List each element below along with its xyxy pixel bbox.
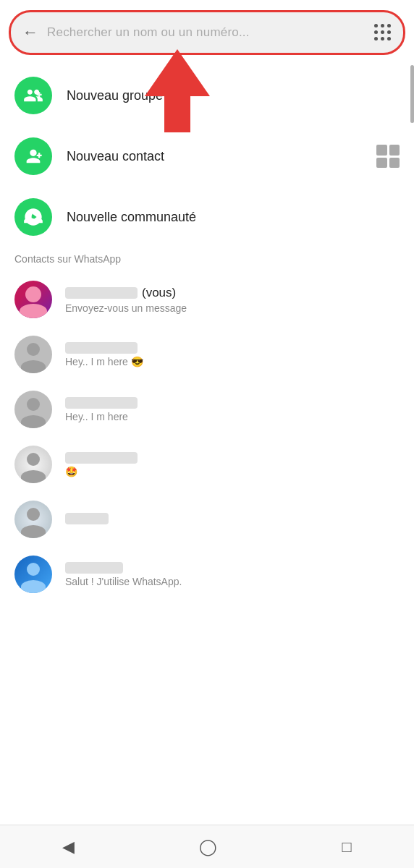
bottom-nav: ◀ ◯ □ — [0, 825, 414, 868]
highlight-arrow — [145, 49, 210, 132]
contact-svg — [23, 146, 43, 166]
dot — [374, 24, 378, 27]
back-triangle-icon[interactable]: ◀ — [62, 838, 75, 856]
contact-name-blurred — [65, 287, 138, 299]
community-icon — [14, 198, 52, 236]
contact-info-1: Hey.. I m here 😎 — [65, 342, 400, 367]
arrow-stem — [164, 96, 190, 132]
dot — [374, 30, 378, 34]
nouveau-contact-label: Nouveau contact — [67, 149, 376, 164]
add-contact-icon — [14, 137, 52, 175]
contacts-section-label: Contacts sur WhatsApp — [0, 247, 414, 272]
contact-name-blurred-1 — [65, 342, 138, 354]
contact-name-5 — [65, 562, 400, 574]
contact-name-blurred-3 — [65, 452, 138, 464]
contact-name-blurred-2 — [65, 397, 138, 409]
contact-status-1: Hey.. I m here 😎 — [65, 356, 400, 367]
avatar-1 — [14, 336, 52, 373]
contact-info-4 — [65, 513, 400, 527]
contacts-list: (vous) Envoyez-vous un message Hey.. I m… — [0, 272, 414, 602]
contact-status-2: Hey.. I m here — [65, 411, 400, 422]
community-svg — [23, 207, 43, 227]
contact-name-2 — [65, 397, 400, 409]
home-circle-icon[interactable]: ◯ — [199, 838, 217, 856]
contact-name-3 — [65, 452, 400, 464]
contact-you-suffix: (vous) — [142, 286, 176, 300]
dot — [381, 24, 384, 27]
contact-name-1 — [65, 342, 400, 354]
add-group-icon — [14, 77, 52, 114]
contact-status-5: Salut ! J'utilise WhatsApp. — [65, 576, 400, 587]
dot — [381, 37, 384, 41]
contact-item-5[interactable]: Salut ! J'utilise WhatsApp. — [0, 547, 414, 602]
contact-item-2[interactable]: Hey.. I m here — [0, 382, 414, 437]
contact-info-you: (vous) Envoyez-vous un message — [65, 286, 400, 314]
group-svg — [23, 85, 43, 106]
avatar-2 — [14, 391, 52, 428]
dot — [387, 24, 391, 27]
nouvelle-communaute-label: Nouvelle communauté — [67, 210, 400, 225]
back-button[interactable]: ← — [22, 23, 38, 42]
nouveau-contact-item[interactable]: Nouveau contact — [0, 126, 414, 187]
contact-info-3: 🤩 — [65, 452, 400, 477]
arrow-head — [145, 49, 210, 96]
search-header[interactable]: ← Rechercher un nom ou un numéro... — [9, 10, 405, 55]
recent-square-icon[interactable]: □ — [342, 838, 352, 856]
dot — [374, 37, 378, 41]
contact-status-3: 🤩 — [65, 466, 400, 477]
scrollbar[interactable] — [410, 65, 414, 123]
dot — [381, 30, 384, 34]
contact-status-you: Envoyez-vous un message — [65, 302, 400, 314]
avatar-5 — [14, 556, 52, 593]
contact-item-you[interactable]: (vous) Envoyez-vous un message — [0, 272, 414, 327]
avatar-4 — [14, 501, 52, 538]
contact-name-4 — [65, 513, 400, 524]
contact-name-you: (vous) — [65, 286, 400, 300]
contact-info-5: Salut ! J'utilise WhatsApp. — [65, 562, 400, 587]
contact-item-3[interactable]: 🤩 — [0, 437, 414, 492]
dot — [387, 37, 391, 41]
contact-name-blurred-4 — [65, 513, 109, 524]
contact-item-4[interactable] — [0, 492, 414, 547]
qr-code-icon[interactable] — [376, 145, 400, 168]
avatar-you — [14, 281, 52, 318]
search-input[interactable]: Rechercher un nom ou un numéro... — [47, 25, 374, 40]
dot — [387, 30, 391, 34]
avatar-3 — [14, 446, 52, 483]
grid-dots-icon[interactable] — [374, 24, 392, 41]
contact-name-blurred-5 — [65, 562, 123, 574]
nouveau-groupe-label: Nouveau groupe — [67, 88, 400, 103]
contact-info-2: Hey.. I m here — [65, 397, 400, 422]
nouvelle-communaute-item[interactable]: Nouvelle communauté — [0, 187, 414, 247]
contact-item-1[interactable]: Hey.. I m here 😎 — [0, 327, 414, 382]
